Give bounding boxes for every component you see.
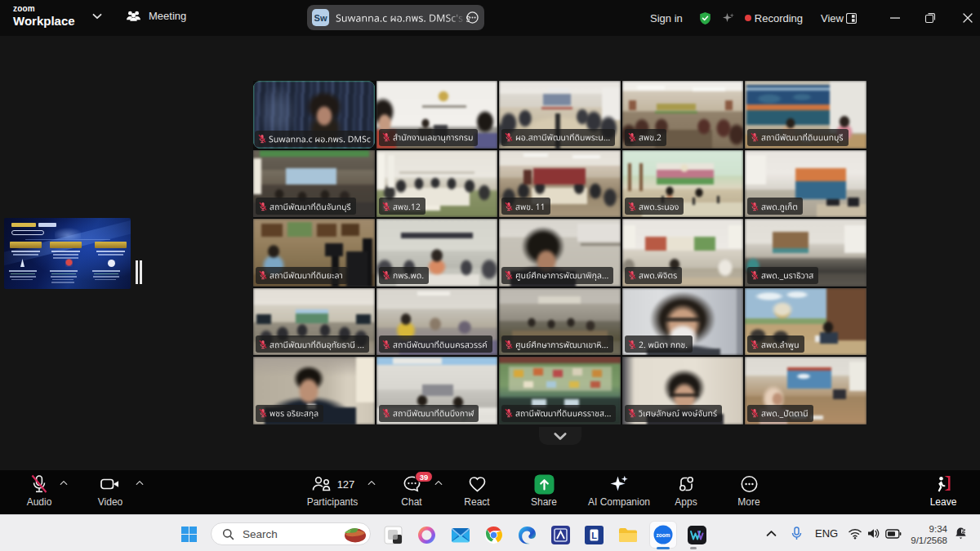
svg-text:zoom: zoom (657, 532, 670, 538)
svg-text:L: L (591, 531, 597, 540)
